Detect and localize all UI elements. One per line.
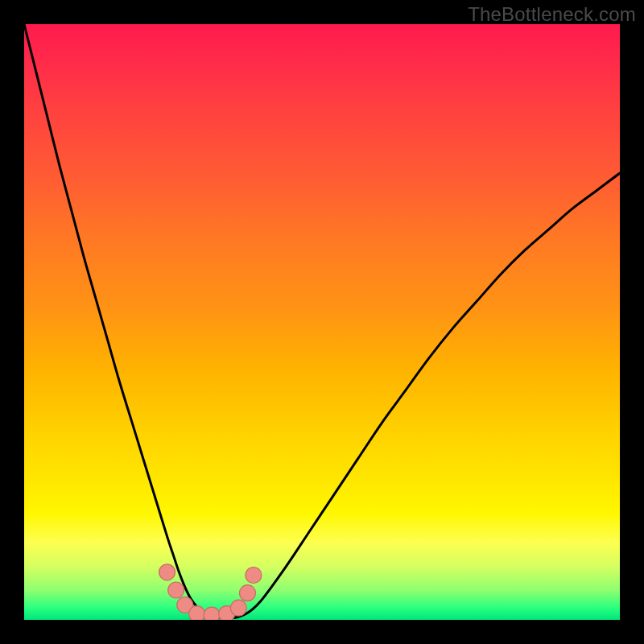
chart-svg xyxy=(24,24,620,620)
chart-marker xyxy=(240,585,256,601)
chart-plot-area xyxy=(24,24,620,620)
chart-marker xyxy=(168,582,184,598)
chart-marker xyxy=(204,607,220,620)
bottleneck-curve xyxy=(24,24,620,618)
chart-marker xyxy=(189,606,205,620)
chart-marker xyxy=(246,568,262,584)
chart-marker xyxy=(159,564,175,580)
watermark-label: TheBottleneck.com xyxy=(468,3,636,26)
chart-marker xyxy=(230,600,246,616)
chart-frame: TheBottleneck.com xyxy=(0,0,644,644)
